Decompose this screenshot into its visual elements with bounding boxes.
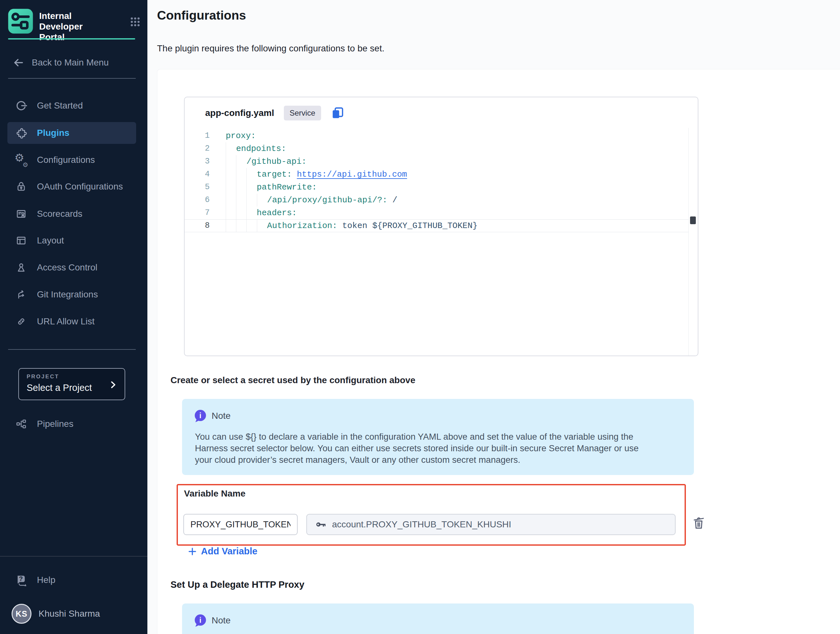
trash-icon[interactable] [692, 515, 706, 530]
variable-name-label: Variable Name [184, 489, 245, 499]
note-header: i Note [194, 614, 231, 627]
git-branch-icon [15, 288, 27, 300]
sidebar-item-label: Configurations [37, 155, 95, 165]
sidebar-item-configurations[interactable]: ⚙⚙ Configurations [7, 149, 136, 171]
help-chat-icon: ? [15, 574, 27, 586]
sidebar-item-label: Plugins [37, 128, 69, 138]
help-label: Help [37, 575, 55, 585]
app-title: Internal Developer Portal [39, 8, 110, 43]
note-title: Note [212, 411, 231, 421]
code-line-6: 6/api/proxy/github-api/?: / [185, 194, 689, 207]
code-line-2: 2endpoints: [185, 142, 689, 155]
page: { "colors": { "sidebar_bg": "#0f1c2f", "… [0, 0, 840, 634]
content-card: app-config.yaml Service 1proxy:2endpoint… [157, 69, 840, 634]
sidebar-item-scorecards[interactable]: Scorecards [7, 203, 136, 225]
svg-text:i: i [199, 411, 201, 420]
accent-divider [8, 38, 135, 40]
back-arrow-icon [13, 57, 24, 68]
link-icon [15, 315, 27, 327]
sidebar: Internal Developer Portal Back to Main M… [0, 0, 147, 634]
sidebar-item-plugins[interactable]: Plugins [7, 122, 136, 144]
chevron-right-icon [108, 379, 118, 390]
add-variable-label: Add Variable [201, 546, 257, 557]
secret-selector[interactable]: account.PROXY_GITHUB_TOKEN_KHUSHI [306, 514, 676, 535]
secret-section-heading: Create or select a secret used by the co… [171, 375, 415, 386]
editor-filename: app-config.yaml [205, 108, 274, 118]
secret-value: account.PROXY_GITHUB_TOKEN_KHUSHI [332, 519, 511, 530]
variable-name-input[interactable] [183, 514, 298, 535]
note-title: Note [212, 615, 231, 626]
note-header: i Note [194, 409, 231, 423]
key-icon [315, 519, 326, 530]
user-name: Khushi Sharma [38, 609, 100, 619]
scrollbar-thumb[interactable] [690, 217, 696, 224]
back-to-main-menu-button[interactable]: Back to Main Menu [8, 52, 136, 73]
sidebar-item-get-started[interactable]: Get Started [7, 95, 136, 117]
scorecard-icon [15, 208, 27, 220]
note-callout: i Note You can use ${} to declare a vari… [182, 399, 694, 475]
avatar: KS [11, 604, 32, 624]
project-selector[interactable]: PROJECT Select a Project [18, 368, 125, 400]
project-label: Select a Project [27, 383, 117, 393]
lock-icon [15, 180, 27, 193]
svg-text:?: ? [19, 575, 23, 582]
code-line-5: 5pathRewrite: [185, 181, 689, 194]
variable-row-highlight: Variable Name account.PROXY_GITHUB_TOKEN… [177, 484, 686, 545]
sidebar-item-label: URL Allow List [37, 316, 95, 327]
code-line-4: 4target: https://api.github.com [185, 168, 689, 181]
sidebar-item-pipelines[interactable]: Pipelines [7, 413, 136, 435]
divider [0, 556, 147, 557]
note-body: You can use ${} to declare a variable in… [195, 431, 639, 466]
page-subtitle: The plugin requires the following config… [157, 43, 384, 54]
main-content: Configurations The plugin requires the f… [147, 0, 840, 634]
copy-icon[interactable] [331, 106, 344, 120]
sidebar-item-label: Layout [37, 236, 64, 246]
sidebar-item-oauth-configurations[interactable]: OAuth Configurations [7, 175, 136, 198]
app-logo-icon [7, 8, 34, 35]
page-title: Configurations [157, 8, 246, 22]
user-menu[interactable]: KS Khushi Sharma [11, 604, 100, 624]
sidebar-item-url-allow-list[interactable]: URL Allow List [7, 311, 136, 332]
delegate-proxy-heading: Set Up a Delegate HTTP Proxy [171, 579, 305, 590]
layout-icon [15, 234, 27, 247]
code-line-3: 3/github-api: [185, 155, 689, 168]
yaml-editor: app-config.yaml Service 1proxy:2endpoint… [184, 96, 698, 356]
service-badge: Service [284, 106, 321, 120]
gears-icon: ⚙⚙ [15, 154, 27, 166]
svg-text:i: i [199, 616, 201, 625]
help-button[interactable]: ? Help [7, 569, 136, 591]
pipelines-icon [15, 418, 27, 430]
note-callout: i Note [182, 604, 694, 634]
editor-header: app-config.yaml Service [205, 106, 344, 120]
note-body-line: your cloud provider’s secret managers, V… [195, 454, 639, 466]
sidebar-item-label: Get Started [37, 101, 83, 111]
code-line-1: 1proxy: [185, 130, 689, 142]
editor-scrollbar [688, 128, 698, 356]
apps-grid-icon[interactable] [129, 16, 141, 28]
info-icon: i [194, 409, 207, 423]
puzzle-icon [15, 127, 27, 139]
get-started-icon [15, 100, 27, 112]
divider [8, 78, 136, 79]
add-variable-button[interactable]: Add Variable [188, 546, 257, 557]
info-icon: i [194, 614, 207, 627]
sidebar-item-label: OAuth Configurations [37, 182, 123, 192]
sidebar-item-access-control[interactable]: Access Control [7, 257, 136, 278]
note-body-line: You can use ${} to declare a variable in… [195, 431, 639, 443]
sidebar-header: Internal Developer Portal [7, 8, 141, 43]
person-icon [15, 261, 27, 274]
sidebar-item-label: Git Integrations [37, 289, 98, 300]
back-label: Back to Main Menu [32, 57, 109, 68]
project-eyebrow: PROJECT [27, 373, 117, 380]
code-line-7: 7headers: [185, 207, 689, 219]
sidebar-item-label: Pipelines [37, 419, 74, 429]
plus-icon [188, 547, 197, 556]
code-line-8: 8Authorization: token ${PROXY_GITHUB_TOK… [185, 219, 689, 232]
sidebar-item-layout[interactable]: Layout [7, 230, 136, 251]
note-body-line: Harness secret selector below. You can e… [195, 443, 639, 454]
divider [8, 349, 136, 350]
sidebar-item-git-integrations[interactable]: Git Integrations [7, 284, 136, 305]
sidebar-item-label: Access Control [37, 262, 97, 273]
code-area[interactable]: 1proxy:2endpoints:3/github-api:4target: … [185, 130, 689, 232]
sidebar-item-label: Scorecards [37, 209, 82, 219]
